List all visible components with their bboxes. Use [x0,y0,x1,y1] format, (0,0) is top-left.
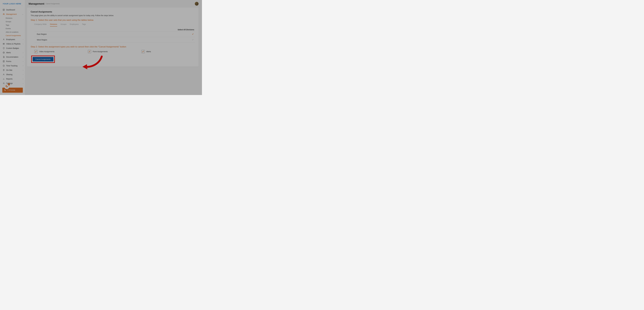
checkbox-label: Form Assignments [93,51,108,53]
chevron-right-icon: › [23,83,23,84]
chevron-right-icon: › [23,43,23,45]
sidebar-item-label: Forms [6,60,11,62]
sidebar-item-label: Employees [6,39,15,41]
checkbox-label: Alerts [146,51,151,53]
svg-rect-0 [3,9,4,11]
sidebar-item-onsite[interactable]: On-Site › [0,68,25,72]
sidebar-item-employees[interactable]: Employees › [0,37,25,42]
svg-point-4 [4,14,4,14]
sidebar-item-management[interactable]: Management ⌄ [0,12,25,16]
table-row[interactable]: West Region ✓ [34,37,195,43]
table-row[interactable]: East Region ✓ [34,31,195,37]
assignment-type-checks: ✓ Video Assignments ✓ Form Assignments ✓… [34,50,195,53]
svg-marker-25 [82,64,87,69]
sidebar-item-settings[interactable]: Settings › [0,81,25,86]
row-check[interactable]: ✓ [192,33,194,35]
chevron-right-icon: › [23,74,23,75]
doc-icon [2,56,5,58]
check-icon: ✓ [192,33,194,35]
card-title: Cancel Assignments [31,11,195,13]
cancel-assignments-button[interactable]: Cancel Assignments [32,57,54,62]
sidebar: YOUR LOGO HERE — Dashboard Management ⌄ … [0,0,25,95]
sidebar-item-label: Dashboard [6,9,15,11]
highlight-annotation: Cancel Assignments [31,56,55,63]
sidebar-item-dashboard[interactable]: Dashboard [0,8,25,12]
card-description: This page gives you the ability to cance… [31,15,195,17]
video-icon [2,43,5,45]
logo-text: YOUR LOGO HERE [2,3,21,5]
checkbox-icon: ✓ [88,50,91,53]
sidebar-item-alerts[interactable]: Alerts › [0,50,25,55]
sidebar-sub-jobs[interactable]: Jobs & Locations [6,30,25,34]
step1-title: Step 1: Select the user sets that you wa… [31,19,195,22]
svg-point-20 [4,74,4,74]
checkbox-label: Video Assignments [39,51,54,53]
checkbox-form[interactable]: ✓ Form Assignments [88,50,142,53]
sidebar-item-label: Alerts [6,52,11,54]
share-icon [2,74,5,76]
tab-groups[interactable]: Groups [60,23,66,27]
sidebar-item-label: Videos & Playlists [6,43,20,45]
checkbox-icon: ✓ [142,50,145,53]
sidebar-nav: Dashboard Management ⌄ Divisions Groups … [0,8,25,88]
chart-icon [2,78,5,80]
alert-icon [2,52,5,54]
tab-company-wide[interactable]: Company Wide [34,23,47,27]
sidebar-item-label: Sharing [6,74,12,76]
row-check[interactable]: ✓ [192,39,194,41]
sidebar-sub-groups[interactable]: Groups [6,20,25,23]
header: Management Cancel Assignments [25,0,202,8]
chevron-right-icon: › [23,78,23,80]
sidebar-item-label: Documentation [6,56,18,58]
chevron-right-icon: › [23,39,23,40]
chevron-right-icon: › [23,61,23,62]
checkbox-video[interactable]: ✓ Video Assignments [34,50,88,53]
svg-point-3 [3,14,4,14]
sidebar-item-label: Time Tracking [6,65,18,67]
avatar[interactable] [195,2,198,6]
tab-employees[interactable]: Employees [70,23,79,27]
chevron-right-icon: › [23,56,23,58]
action-row: Cancel Assignments [31,56,195,63]
chevron-right-icon: › [23,69,23,71]
user-set-tabs: Company Wide Divisions Groups Employees … [34,23,195,27]
brand-bar-label: TYFOOM [7,89,15,91]
svg-point-5 [4,39,4,39]
sidebar-item-badges[interactable]: Custom Badges [0,46,25,50]
sidebar-item-label: Reports [6,78,12,80]
sidebar-item-label: On-Site [6,69,12,71]
swirl-icon [6,85,8,88]
sidebar-item-time-tracking[interactable]: Time Tracking › [0,64,25,68]
badge-count: 8 [8,83,10,86]
sidebar-item-documentation[interactable]: Documentation › [0,55,25,59]
row-name: West Region [37,39,47,41]
sidebar-sub-tags[interactable]: Tags [6,23,25,27]
sidebar-item-forms[interactable]: Forms › [0,59,25,64]
sidebar-item-sharing[interactable]: Sharing › [0,72,25,77]
sidebar-sub-divisions[interactable]: Divisions [6,16,25,20]
tab-tags[interactable]: Tags [82,23,86,27]
sidebar-item-label: Management [6,13,17,15]
tab-divisions[interactable]: Divisions [50,23,57,27]
sidebar-sub-events[interactable]: Events [6,27,25,30]
svg-point-24 [4,83,4,84]
sidebar-item-reports[interactable]: Reports › [0,77,25,81]
sidebar-item-videos[interactable]: Videos & Playlists › [0,42,25,46]
chevron-down-icon: ⌄ [22,14,23,15]
sidebar-sub-cancel-assignments[interactable]: Cancel Assignments [6,34,25,37]
svg-point-19 [4,70,4,70]
location-icon [2,69,5,71]
step2-title: Step 2: Select the assignment types you … [31,46,195,48]
card-cancel-assignments: Cancel Assignments This page gives you t… [27,8,198,67]
breadcrumb: Cancel Assignments [46,3,60,5]
page-title: Management [28,2,44,5]
logo: YOUR LOGO HERE — [0,1,25,8]
sidebar-subnav-management: Divisions Groups Tags Events Jobs & Loca… [0,16,25,37]
notification-badge[interactable]: 8 [4,84,10,89]
checkbox-alerts[interactable]: ✓ Alerts [142,50,195,53]
swirl-icon [4,89,6,91]
main-content: Management Cancel Assignments Cancel Ass… [25,0,202,95]
chevron-right-icon: › [23,65,23,67]
select-all-divisions[interactable]: Select All Divisions [31,29,195,31]
clock-icon [2,65,5,67]
